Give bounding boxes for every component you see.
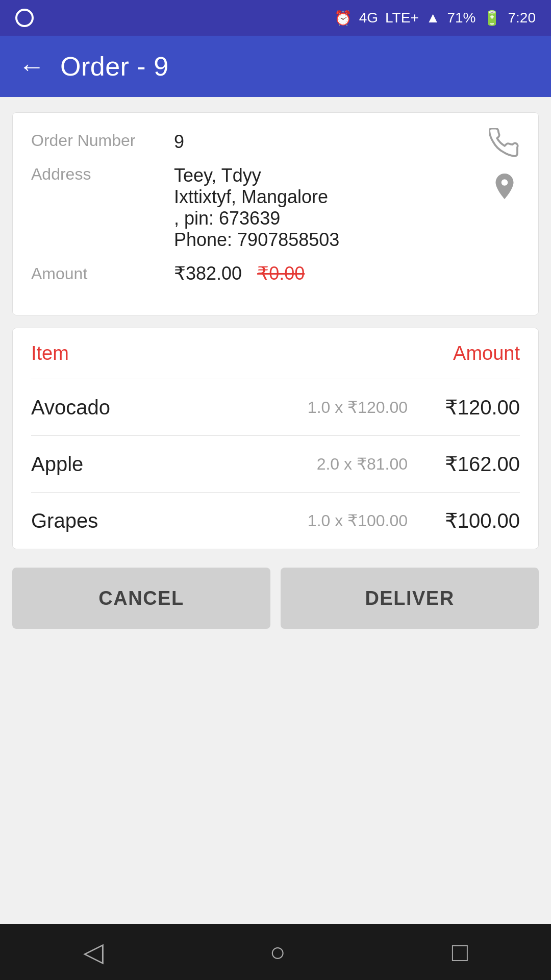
action-buttons: CANCEL DELIVER <box>12 568 539 629</box>
table-row: Avocado 1.0 x ₹120.00 ₹120.00 <box>31 379 520 436</box>
page-title: Order - 9 <box>60 51 169 82</box>
nav-home-icon[interactable]: ○ <box>270 937 286 967</box>
battery-level: 71% <box>447 10 475 26</box>
item-name-grapes: Grapes <box>31 509 98 532</box>
amount-values: ₹382.00 ₹0.00 <box>174 263 520 284</box>
amount-row: Amount ₹382.00 ₹0.00 <box>31 263 520 284</box>
status-bar-left <box>15 9 34 27</box>
order-action-icons <box>489 128 520 204</box>
items-header: Item Amount <box>31 328 520 379</box>
address-label: Address <box>31 165 174 184</box>
address-line2: Ixttixtyf, Mangalore <box>174 186 520 208</box>
order-card: Order Number 9 Address Teey, Tdyy Ixttix… <box>12 112 539 315</box>
toolbar: ← Order - 9 <box>0 36 551 97</box>
items-header-amount: Amount <box>453 342 520 364</box>
table-row: Grapes 1.0 x ₹100.00 ₹100.00 <box>31 493 520 549</box>
order-number-label: Order Number <box>31 131 174 150</box>
alarm-icon: ⏰ <box>334 10 352 27</box>
status-bar: ⏰ 4G LTE+ ▲ 71% 🔋 7:20 <box>0 0 551 36</box>
order-number-row: Order Number 9 <box>31 131 520 153</box>
amount-original: ₹382.00 <box>174 263 242 284</box>
order-number-value: 9 <box>174 131 520 153</box>
item-total-apple: ₹162.00 <box>418 452 520 476</box>
item-name-avocado: Avocado <box>31 396 110 419</box>
back-button[interactable]: ← <box>18 51 45 82</box>
address-line4: Phone: 7907858503 <box>174 229 520 251</box>
nav-recent-icon[interactable]: □ <box>452 937 468 967</box>
item-qty-grapes: 1.0 x ₹100.00 <box>308 511 408 530</box>
status-circle-icon <box>15 9 34 27</box>
item-qty-avocado: 1.0 x ₹120.00 <box>308 398 408 417</box>
item-right-apple: 2.0 x ₹81.00 ₹162.00 <box>317 452 520 476</box>
items-header-label: Item <box>31 342 69 364</box>
address-line3: , pin: 673639 <box>174 208 520 229</box>
location-icon[interactable] <box>489 171 520 204</box>
status-bar-right: ⏰ 4G LTE+ ▲ 71% 🔋 7:20 <box>334 10 536 27</box>
items-section: Item Amount Avocado 1.0 x ₹120.00 ₹120.0… <box>12 328 539 549</box>
item-total-avocado: ₹120.00 <box>418 396 520 419</box>
item-name-apple: Apple <box>31 453 83 476</box>
battery-icon: 🔋 <box>483 10 501 27</box>
item-qty-apple: 2.0 x ₹81.00 <box>317 454 408 474</box>
address-row: Address Teey, Tdyy Ixttixtyf, Mangalore … <box>31 165 520 251</box>
nav-back-icon[interactable]: ◁ <box>83 937 104 967</box>
address-line1: Teey, Tdyy <box>174 165 520 186</box>
main-content: Order Number 9 Address Teey, Tdyy Ixttix… <box>0 97 551 644</box>
amount-discount: ₹0.00 <box>257 263 305 284</box>
cancel-button[interactable]: CANCEL <box>12 568 270 629</box>
network-icon: 4G <box>359 10 378 26</box>
deliver-button[interactable]: DELIVER <box>281 568 539 629</box>
time-display: 7:20 <box>508 10 536 26</box>
phone-icon[interactable] <box>489 128 520 161</box>
amount-label: Amount <box>31 264 174 283</box>
address-value: Teey, Tdyy Ixttixtyf, Mangalore , pin: 6… <box>174 165 520 251</box>
item-right-avocado: 1.0 x ₹120.00 ₹120.00 <box>308 396 520 419</box>
table-row: Apple 2.0 x ₹81.00 ₹162.00 <box>31 436 520 493</box>
item-total-grapes: ₹100.00 <box>418 509 520 532</box>
signal-icon: ▲ <box>426 10 440 26</box>
item-right-grapes: 1.0 x ₹100.00 ₹100.00 <box>308 509 520 532</box>
lte-label: LTE+ <box>385 10 419 26</box>
nav-bar: ◁ ○ □ <box>0 924 551 980</box>
